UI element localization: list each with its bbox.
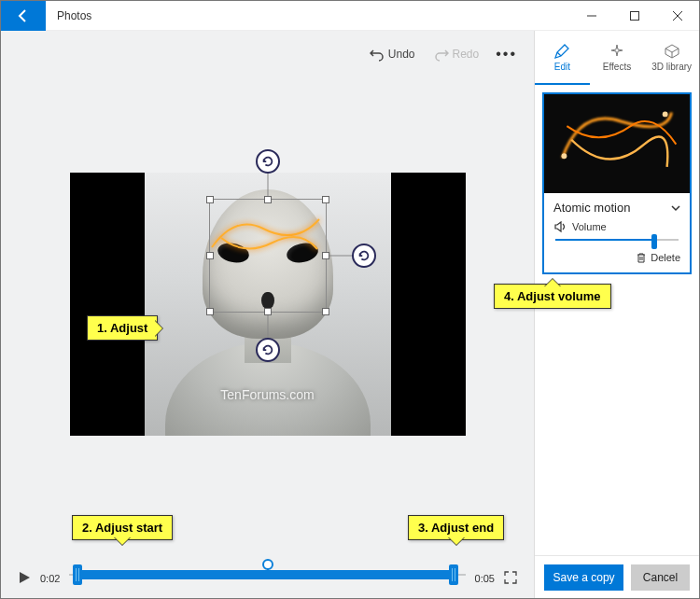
- video-frame: TenForums.com: [70, 173, 466, 436]
- resize-handle[interactable]: [206, 252, 214, 259]
- tab-3d-library[interactable]: 3D library: [644, 31, 699, 85]
- effect-name: Atomic motion: [553, 201, 630, 215]
- effect-card: Atomic motion Volume Delete: [542, 92, 692, 274]
- annotation-adjust-start: 2. Adjust start: [72, 515, 173, 540]
- tab-label: Edit: [554, 62, 570, 72]
- window-controls: [570, 1, 699, 31]
- back-button[interactable]: [1, 1, 46, 31]
- svg-point-3: [663, 112, 668, 118]
- redo-label: Redo: [453, 48, 480, 61]
- speaker-icon: [553, 220, 567, 233]
- maximize-button[interactable]: [613, 1, 656, 31]
- resize-handle[interactable]: [322, 196, 329, 203]
- more-button[interactable]: •••: [492, 46, 521, 63]
- trim-end-handle[interactable]: [449, 564, 458, 585]
- annotation-adjust: 1. Adjust: [87, 315, 158, 341]
- timeline-track[interactable]: [69, 564, 465, 585]
- delete-effect-button[interactable]: Delete: [544, 248, 690, 272]
- volume-slider[interactable]: [544, 233, 690, 248]
- atomic-motion-icon: [544, 94, 690, 190]
- resize-handle[interactable]: [206, 308, 214, 315]
- play-button[interactable]: [18, 571, 31, 584]
- undo-label: Undo: [388, 48, 415, 61]
- canvas-area[interactable]: TenForums.com: [1, 77, 534, 531]
- action-bar: Save a copy Cancel: [535, 555, 699, 598]
- cube-icon: [664, 43, 680, 60]
- svg-marker-2: [20, 572, 30, 583]
- sidebar: Edit Effects 3D library: [534, 31, 699, 598]
- editor-pane: Undo Redo •••: [1, 31, 534, 598]
- watermark: TenForums.com: [220, 387, 314, 402]
- resize-handle[interactable]: [264, 308, 272, 315]
- trim-start-handle[interactable]: [73, 564, 82, 585]
- resize-handle[interactable]: [322, 252, 329, 259]
- sparkle-icon: [609, 43, 625, 60]
- end-time-label: 0:05: [475, 573, 495, 584]
- redo-icon: [434, 47, 449, 62]
- close-button[interactable]: [656, 1, 699, 31]
- rotate-y-button[interactable]: [352, 244, 376, 268]
- rotate-z-button[interactable]: [256, 149, 280, 174]
- pencil-icon: [553, 43, 570, 60]
- volume-label: Volume: [572, 221, 607, 232]
- trash-icon: [636, 252, 647, 263]
- svg-point-4: [562, 153, 567, 159]
- app-title: Photos: [57, 9, 570, 22]
- undo-button[interactable]: Undo: [364, 43, 421, 65]
- start-time-label: 0:02: [40, 573, 60, 584]
- chevron-down-icon[interactable]: [669, 202, 682, 215]
- volume-thumb[interactable]: [651, 234, 657, 249]
- tab-label: 3D library: [651, 62, 692, 72]
- svg-rect-1: [631, 11, 639, 20]
- cancel-button[interactable]: Cancel: [631, 564, 690, 591]
- redo-button[interactable]: Redo: [428, 43, 485, 65]
- annotation-adjust-volume: 4. Adjust volume: [494, 284, 611, 309]
- rotate-x-button[interactable]: [256, 338, 280, 362]
- sidebar-tabs: Edit Effects 3D library: [535, 31, 699, 85]
- tab-label: Effects: [603, 62, 631, 72]
- minimize-button[interactable]: [570, 1, 613, 31]
- resize-handle[interactable]: [206, 196, 214, 203]
- resize-handle[interactable]: [322, 308, 329, 315]
- tab-edit[interactable]: Edit: [535, 31, 590, 85]
- resize-handle[interactable]: [264, 196, 272, 203]
- undo-icon: [370, 47, 385, 62]
- fullscreen-button[interactable]: [504, 571, 517, 584]
- delete-label: Delete: [651, 252, 680, 263]
- editor-toolbar: Undo Redo •••: [1, 31, 534, 77]
- save-copy-button[interactable]: Save a copy: [544, 564, 623, 591]
- annotation-adjust-end: 3. Adjust end: [408, 515, 504, 540]
- arrow-left-icon: [16, 8, 31, 23]
- titlebar: Photos: [1, 1, 699, 31]
- effect-thumbnail[interactable]: [544, 94, 690, 193]
- effect-selection-box[interactable]: [209, 199, 327, 313]
- tab-effects[interactable]: Effects: [590, 31, 645, 85]
